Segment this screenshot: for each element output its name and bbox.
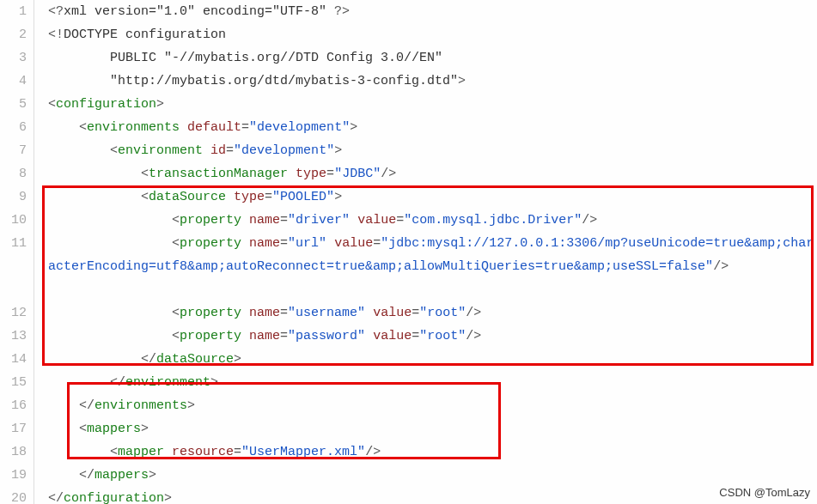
code-line: <!DOCTYPE configuration <box>48 23 817 46</box>
code-line: </environments> <box>48 394 817 417</box>
line-number: 12 <box>0 301 27 325</box>
line-number: 5 <box>0 93 27 116</box>
line-number: 13 <box>0 325 27 348</box>
line-number: 2 <box>0 23 27 46</box>
line-number <box>0 255 27 278</box>
code-line: <environment id="development"> <box>48 139 817 162</box>
line-gutter: 1 2 3 4 5 6 7 8 9 10 11 12 13 14 15 16 1… <box>0 0 34 504</box>
code-line: <dataSource type="POOLED"> <box>48 185 817 209</box>
line-number: 8 <box>0 162 27 185</box>
code-line: <mappers> <box>48 417 817 440</box>
line-number: 3 <box>0 46 27 70</box>
line-number: 15 <box>0 371 27 394</box>
line-number: 18 <box>0 440 27 464</box>
line-number: 4 <box>0 70 27 93</box>
code-line: <environments default="development"> <box>48 116 817 139</box>
line-number: 9 <box>0 185 27 209</box>
line-number: 17 <box>0 417 27 440</box>
line-number: 19 <box>0 464 27 487</box>
code-line: </environment> <box>48 371 817 394</box>
code-line: <property name="url" value="jdbc:mysql:/… <box>48 232 817 301</box>
line-number: 14 <box>0 348 27 371</box>
line-number: 10 <box>0 209 27 232</box>
code-line: <mapper resource="UserMapper.xml"/> <box>48 440 817 464</box>
code-line: <property name="driver" value="com.mysql… <box>48 209 817 232</box>
code-line: <configuration> <box>48 93 817 116</box>
line-number: 16 <box>0 394 27 417</box>
code-line: <?xml version="1.0" encoding="UTF-8" ?> <box>48 0 817 23</box>
line-number: 7 <box>0 139 27 162</box>
line-number: 1 <box>0 0 27 23</box>
code-line: <property name="password" value="root"/> <box>48 325 817 348</box>
code-line: </configuration> <box>48 487 817 504</box>
code-line: </dataSource> <box>48 348 817 371</box>
watermark-text: CSDN @TomLazy <box>719 486 810 499</box>
line-number: 20 <box>0 487 27 504</box>
code-line: <property name="username" value="root"/> <box>48 301 817 325</box>
code-area[interactable]: <?xml version="1.0" encoding="UTF-8" ?> … <box>34 0 817 504</box>
line-number <box>0 278 27 301</box>
code-line: <transactionManager type="JDBC"/> <box>48 162 817 185</box>
line-number: 6 <box>0 116 27 139</box>
code-line: </mappers> <box>48 464 817 487</box>
code-line: "http://mybatis.org/dtd/mybatis-3-config… <box>48 70 817 93</box>
line-number: 11 <box>0 232 27 255</box>
code-line: PUBLIC "-//mybatis.org//DTD Config 3.0//… <box>48 46 817 70</box>
code-editor: 1 2 3 4 5 6 7 8 9 10 11 12 13 14 15 16 1… <box>0 0 817 504</box>
